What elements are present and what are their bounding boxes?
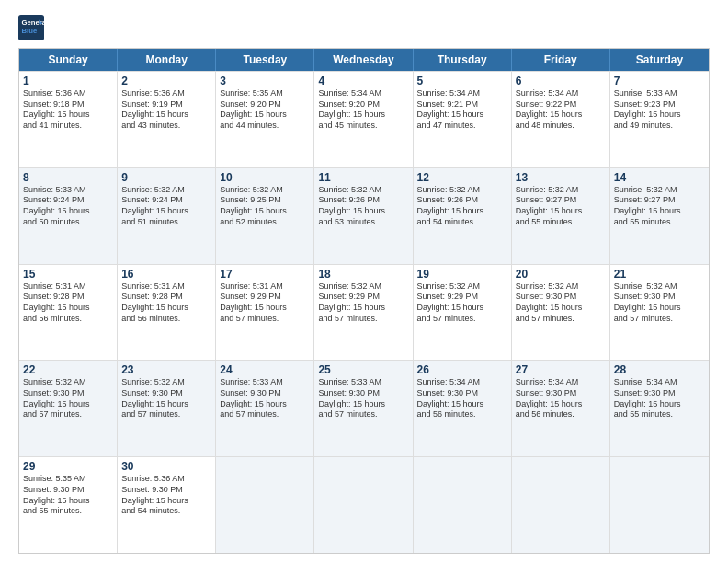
cell-text: Sunrise: 5:31 AM [220, 282, 310, 293]
cell-text: Sunrise: 5:32 AM [516, 185, 606, 196]
page-header: General Blue [18, 15, 710, 40]
cell-text: Sunrise: 5:32 AM [220, 185, 310, 196]
cell-text: and 53 minutes. [318, 217, 408, 228]
cell-text: Sunrise: 5:36 AM [121, 88, 211, 99]
cell-text: Daylight: 15 hours [516, 109, 606, 121]
day-number: 7 [614, 75, 705, 87]
cell-text: Sunset: 9:20 PM [318, 99, 408, 110]
cal-cell-empty [414, 457, 512, 553]
cell-text: Sunset: 9:30 PM [614, 388, 705, 399]
cell-text: and 57 minutes. [516, 314, 606, 325]
cal-cell-21: 21Sunrise: 5:32 AMSunset: 9:30 PMDayligh… [610, 265, 709, 361]
day-number: 14 [614, 171, 705, 184]
cell-text: Daylight: 15 hours [417, 303, 507, 314]
day-number: 28 [614, 363, 705, 376]
calendar-body: 1Sunrise: 5:36 AMSunset: 9:18 PMDaylight… [19, 71, 709, 553]
cal-cell-19: 19Sunrise: 5:32 AMSunset: 9:29 PMDayligh… [414, 265, 512, 361]
cell-text: Sunrise: 5:33 AM [614, 88, 705, 99]
day-number: 3 [220, 75, 310, 87]
cell-text: Daylight: 15 hours [417, 109, 507, 121]
day-number: 22 [23, 363, 113, 376]
cell-text: Daylight: 15 hours [516, 206, 606, 217]
cell-text: and 50 minutes. [23, 217, 113, 228]
header-day-monday: Monday [118, 49, 216, 71]
cal-cell-26: 26Sunrise: 5:34 AMSunset: 9:30 PMDayligh… [414, 361, 512, 456]
cell-text: and 48 minutes. [516, 121, 606, 132]
cell-text: Sunset: 9:30 PM [417, 388, 507, 399]
cal-cell-30: 30Sunrise: 5:36 AMSunset: 9:30 PMDayligh… [118, 457, 216, 553]
cell-text: Sunrise: 5:33 AM [220, 377, 310, 388]
cell-text: and 51 minutes. [121, 217, 211, 228]
day-number: 6 [516, 75, 606, 87]
svg-text:Blue: Blue [22, 27, 38, 35]
cell-text: and 57 minutes. [220, 314, 310, 325]
cell-text: Sunrise: 5:31 AM [121, 282, 211, 293]
cal-cell-11: 11Sunrise: 5:32 AMSunset: 9:26 PMDayligh… [314, 168, 413, 264]
cell-text: Sunrise: 5:32 AM [318, 282, 408, 293]
cell-text: Daylight: 15 hours [614, 399, 705, 410]
day-number: 21 [614, 268, 705, 281]
cell-text: Sunset: 9:30 PM [318, 388, 408, 399]
cal-cell-14: 14Sunrise: 5:32 AMSunset: 9:27 PMDayligh… [610, 168, 709, 264]
cell-text: Daylight: 15 hours [614, 206, 705, 217]
cell-text: Sunrise: 5:33 AM [23, 185, 113, 196]
day-number: 23 [121, 363, 211, 376]
day-number: 2 [121, 75, 211, 87]
cell-text: Daylight: 15 hours [318, 303, 408, 314]
cell-text: Daylight: 15 hours [220, 206, 310, 217]
cell-text: Sunset: 9:29 PM [417, 292, 507, 303]
cell-text: and 54 minutes. [417, 217, 507, 228]
cell-text: and 44 minutes. [220, 121, 310, 132]
day-number: 19 [417, 268, 507, 281]
cal-cell-20: 20Sunrise: 5:32 AMSunset: 9:30 PMDayligh… [512, 265, 610, 361]
cal-cell-22: 22Sunrise: 5:32 AMSunset: 9:30 PMDayligh… [19, 361, 118, 456]
cell-text: Sunrise: 5:32 AM [318, 185, 408, 196]
cell-text: and 55 minutes. [614, 409, 705, 420]
cell-text: Sunset: 9:24 PM [121, 195, 211, 206]
cell-text: Daylight: 15 hours [318, 206, 408, 217]
cell-text: Sunrise: 5:32 AM [121, 377, 211, 388]
cal-cell-7: 7Sunrise: 5:33 AMSunset: 9:23 PMDaylight… [610, 72, 709, 167]
cell-text: Sunset: 9:30 PM [516, 292, 606, 303]
cell-text: Sunrise: 5:34 AM [417, 88, 507, 99]
header-day-wednesday: Wednesday [314, 49, 413, 71]
cell-text: and 56 minutes. [516, 409, 606, 420]
cell-text: Sunset: 9:30 PM [121, 388, 211, 399]
cell-text: Sunrise: 5:36 AM [23, 88, 113, 99]
day-number: 25 [318, 363, 408, 376]
cell-text: and 55 minutes. [614, 217, 705, 228]
cell-text: Sunrise: 5:32 AM [614, 185, 705, 196]
cal-cell-28: 28Sunrise: 5:34 AMSunset: 9:30 PMDayligh… [610, 361, 709, 456]
cal-cell-8: 8Sunrise: 5:33 AMSunset: 9:24 PMDaylight… [19, 168, 118, 264]
day-number: 30 [121, 460, 211, 473]
cell-text: Sunrise: 5:34 AM [516, 88, 606, 99]
cell-text: Daylight: 15 hours [121, 496, 211, 507]
header-day-sunday: Sunday [19, 49, 118, 71]
cell-text: Sunset: 9:23 PM [614, 99, 705, 110]
day-number: 16 [121, 268, 211, 281]
cell-text: Sunset: 9:30 PM [121, 485, 211, 496]
cal-cell-9: 9Sunrise: 5:32 AMSunset: 9:24 PMDaylight… [118, 168, 216, 264]
cell-text: Sunset: 9:30 PM [23, 485, 113, 496]
logo-icon: General Blue [18, 15, 44, 40]
day-number: 17 [220, 268, 310, 281]
day-number: 1 [23, 75, 113, 87]
cell-text: and 57 minutes. [417, 314, 507, 325]
cell-text: Daylight: 15 hours [23, 303, 113, 314]
calendar-row-5: 29Sunrise: 5:35 AMSunset: 9:30 PMDayligh… [19, 456, 709, 553]
cell-text: and 54 minutes. [121, 506, 211, 517]
cell-text: Sunrise: 5:33 AM [318, 377, 408, 388]
cell-text: Sunset: 9:20 PM [220, 99, 310, 110]
day-number: 20 [516, 268, 606, 281]
cell-text: Daylight: 15 hours [417, 206, 507, 217]
calendar-header: SundayMondayTuesdayWednesdayThursdayFrid… [19, 49, 709, 71]
cell-text: Daylight: 15 hours [516, 399, 606, 410]
calendar-page: General Blue SundayMondayTuesdayWednesda… [0, 0, 728, 563]
cal-cell-3: 3Sunrise: 5:35 AMSunset: 9:20 PMDaylight… [216, 72, 314, 167]
cell-text: Sunset: 9:30 PM [614, 292, 705, 303]
cell-text: Sunset: 9:25 PM [220, 195, 310, 206]
cell-text: Sunrise: 5:32 AM [417, 282, 507, 293]
cell-text: Daylight: 15 hours [23, 496, 113, 507]
cell-text: Sunrise: 5:32 AM [417, 185, 507, 196]
cell-text: Sunrise: 5:34 AM [614, 377, 705, 388]
